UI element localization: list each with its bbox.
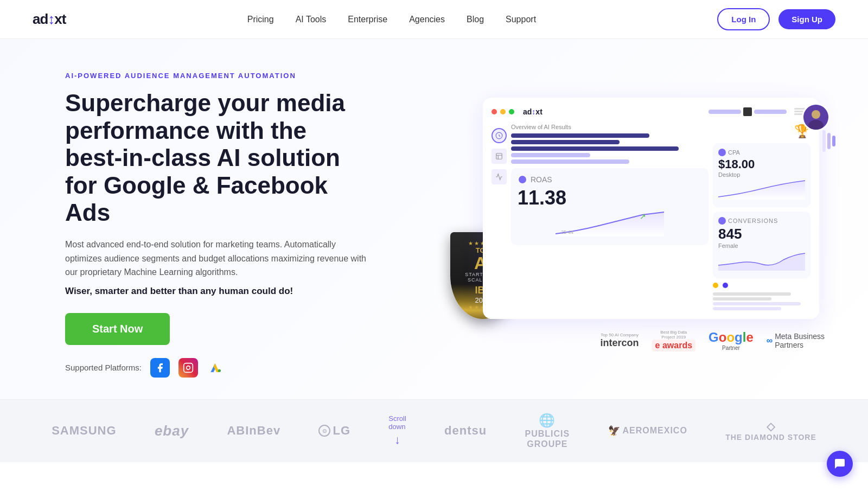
hero-tagline: Wiser, smarter and better than any human… [65, 286, 369, 297]
conversions-card: CONVERSIONS 845 Female [713, 212, 810, 278]
mockup-body: Overview of AI Results ROAS [492, 124, 810, 310]
start-now-button[interactable]: Start Now [65, 313, 170, 345]
roas-chart: 25-44 ↗ [518, 209, 702, 237]
hero-right: ad↕xt [483, 98, 835, 352]
nav-aitools[interactable]: AI Tools [296, 15, 327, 24]
navbar: ad↕xt Pricing AI Tools Enterprise Agenci… [0, 0, 868, 39]
client-diamond: ◇THE DIAMOND STORE [725, 420, 816, 442]
cpa-label: CPA [728, 149, 740, 156]
svg-rect-0 [184, 363, 193, 372]
conversions-label: CONVERSIONS [728, 218, 778, 224]
sidebar-icon-3 [492, 169, 507, 184]
hero-title: Supercharge your media performance with … [65, 90, 369, 227]
roas-label: ROAS [531, 175, 552, 184]
client-aeromexico: 🦅 AEROMEXICO [608, 425, 687, 437]
nav-pricing[interactable]: Pricing [247, 15, 274, 24]
signup-button[interactable]: Sign Up [778, 9, 835, 29]
client-dentsu: dentsu [444, 424, 487, 438]
dot-green [509, 109, 514, 114]
cpa-chart [718, 178, 805, 200]
scroll-down-hint[interactable]: Scrolldown ↓ [388, 414, 406, 447]
conversions-sub: Female [718, 242, 805, 249]
client-publicis: 🌐 PUBLICISGROUPE [525, 413, 570, 449]
mockup-sidebar [492, 124, 507, 310]
nav-links: Pricing AI Tools Enterprise Agencies Blo… [247, 15, 536, 24]
nav-agencies[interactable]: Agencies [409, 15, 445, 24]
sidebar-icon-1 [492, 128, 507, 143]
trust-intercon: Top 50 AI Company intercon [601, 333, 639, 349]
logo-accent: ↕ [48, 11, 54, 27]
roas-card: ROAS 11.38 [511, 168, 709, 245]
bottom-rows [713, 292, 810, 310]
dot-yellow [500, 109, 506, 114]
conv-chart [718, 249, 805, 271]
cpa-card: CPA $18.00 Desktop [713, 143, 810, 207]
client-lg: ⊙ LG [318, 424, 350, 438]
cpa-sub: Desktop [718, 171, 805, 178]
avatar [802, 103, 830, 131]
svg-point-3 [812, 110, 820, 119]
logo-text: ad↕xt [33, 11, 66, 28]
mockup-right-col: 🏆 CPA $18.00 Desktop [713, 124, 810, 310]
mockup-topbar: ad↕xt [492, 106, 810, 117]
nav-actions: Log In Sign Up [717, 8, 835, 30]
dot-red [492, 109, 497, 114]
google-ads-icon [207, 358, 226, 378]
trust-google-sub: Partner [722, 345, 740, 351]
decorative-stripes [822, 130, 835, 154]
nav-enterprise[interactable]: Enterprise [348, 15, 387, 24]
hero-section: AI-POWERED AUDIENCE MANAGEMENT AUTOMATIO… [0, 39, 868, 399]
trust-google: Google Partner [709, 330, 754, 351]
sidebar-icon-2 [492, 149, 507, 164]
client-samsung: SAMSUNG [52, 424, 116, 438]
nav-support[interactable]: Support [506, 15, 536, 24]
instagram-icon [178, 358, 198, 378]
trust-meta: ∞ Meta BusinessPartners [767, 332, 825, 349]
login-button[interactable]: Log In [717, 8, 770, 30]
trust-logos-row: Top 50 AI Company intercon Best Big Data… [483, 330, 835, 352]
platforms-label: Supported Platforms: [65, 363, 142, 372]
trust-eawards: Best Big DataProject 2019 e awards [652, 330, 695, 352]
mockup-main-area: Overview of AI Results ROAS [511, 124, 709, 310]
hero-left: AI-POWERED AUDIENCE MANAGEMENT AUTOMATIO… [65, 72, 369, 378]
svg-rect-10 [827, 133, 831, 149]
scatter-dots [713, 278, 810, 292]
hero-description: Most advanced end-to-end solution for ma… [65, 238, 369, 279]
mockup-section-title: Overview of AI Results [511, 124, 709, 130]
clients-band: SAMSUNG ebay ABInBev ⊙ LG Scrolldown ↓ d… [0, 399, 868, 462]
trust-eawards-name: e awards [652, 340, 695, 352]
nav-blog[interactable]: Blog [467, 15, 484, 24]
scroll-arrow-icon: ↓ [394, 433, 400, 447]
svg-rect-6 [496, 154, 502, 159]
svg-text:↗: ↗ [640, 212, 646, 221]
svg-rect-9 [822, 130, 826, 152]
trust-intercon-name: intercon [601, 337, 639, 349]
hero-tag: AI-POWERED AUDIENCE MANAGEMENT AUTOMATIO… [65, 72, 369, 80]
client-abinbev: ABInBev [227, 424, 280, 438]
svg-rect-11 [832, 136, 835, 146]
cpa-value: $18.00 [718, 157, 805, 171]
facebook-icon [150, 358, 170, 378]
dashboard-mockup: ad↕xt [483, 98, 819, 319]
logo[interactable]: ad↕xt [33, 11, 66, 28]
svg-text:25-44: 25-44 [561, 229, 573, 235]
roas-value: 11.38 [518, 187, 702, 209]
scroll-label: Scrolldown [388, 414, 406, 431]
platforms-row: Supported Platforms: [65, 358, 369, 378]
bar-group [511, 133, 709, 164]
client-ebay: ebay [155, 423, 189, 439]
conversions-value: 845 [718, 226, 805, 242]
mockup-logo-text: ad↕xt [523, 107, 542, 116]
